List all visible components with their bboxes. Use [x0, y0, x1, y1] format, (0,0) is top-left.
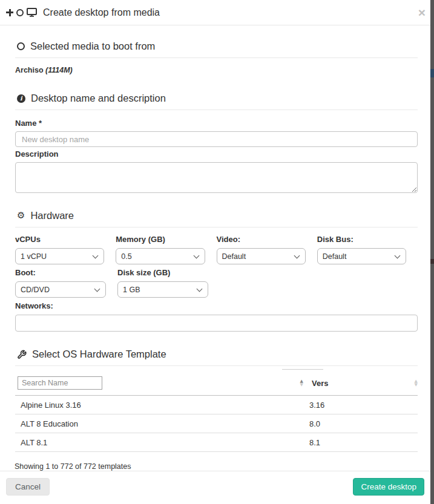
column-top-border — [282, 369, 323, 370]
header-icons — [6, 8, 37, 17]
vcpus-label: vCPUs — [15, 235, 104, 244]
template-vers: 8.0 — [301, 414, 418, 433]
description-label: Description — [15, 149, 418, 159]
template-vers: 8.2 — [301, 452, 418, 459]
chevron-down-icon — [193, 253, 199, 259]
disksize-value: 1 GB — [123, 286, 140, 294]
selected-media: Archiso (1114M) — [15, 66, 418, 74]
template-name: Alpine Linux 3.16 — [15, 396, 301, 414]
modal-header: Create desktop from media × — [0, 0, 434, 25]
name-heading-label: Desktop name and description — [31, 93, 166, 104]
memory-value: 0.5 — [121, 252, 131, 261]
disksize-label: Disk size (GB) — [117, 268, 208, 277]
chevron-down-icon — [94, 286, 100, 292]
scrollbar-marker — [430, 259, 434, 264]
template-heading-label: Select OS Hardware Template — [32, 349, 166, 360]
vcpus-select[interactable]: 1 vCPU — [15, 248, 104, 264]
media-heading-label: Selected media to boot from — [30, 41, 155, 52]
name-section-heading: i Desktop name and description — [17, 93, 418, 104]
table-header: ▲ ▼ Vers ▲ ▼ — [15, 373, 418, 396]
diskbus-label: Disk Bus: — [317, 235, 406, 244]
boot-select[interactable]: CD/DVD — [15, 281, 106, 298]
template-section-heading: Select OS Hardware Template — [17, 349, 418, 360]
vers-column-label: Vers — [312, 379, 328, 388]
disksize-select[interactable]: 1 GB — [117, 281, 208, 298]
table-row[interactable]: ALT 8.2 8.2 — [15, 452, 418, 459]
circle-icon — [16, 9, 24, 16]
chevron-down-icon — [294, 253, 300, 259]
media-size: (1114M) — [45, 66, 73, 74]
table-row[interactable]: Alpine Linux 3.16 3.16 — [15, 396, 418, 414]
memory-select[interactable]: 0.5 — [116, 248, 205, 264]
template-name: ALT 8 Education — [15, 414, 301, 433]
chevron-down-icon — [93, 253, 99, 259]
template-vers: 8.1 — [301, 433, 418, 451]
networks-input[interactable] — [15, 315, 418, 332]
circle-icon — [17, 42, 25, 50]
plus-icon — [6, 9, 13, 16]
table-row[interactable]: ALT 8 Education 8.0 — [15, 414, 418, 433]
hardware-section-heading: ⚙ Hardware — [17, 210, 418, 221]
sort-icon[interactable]: ▲ ▼ — [415, 379, 418, 387]
boot-label: Boot: — [15, 268, 106, 277]
scrollbar-marker — [430, 69, 434, 77]
diskbus-select[interactable]: Default — [317, 248, 406, 264]
template-name: ALT 8.1 — [15, 433, 301, 451]
hardware-row-2: Boot: CD/DVD Disk size (GB) 1 GB — [15, 264, 418, 298]
divider — [15, 110, 418, 110]
video-select[interactable]: Default — [217, 248, 306, 264]
window-scrollbar[interactable] — [430, 0, 434, 504]
template-table: ▲ ▼ Vers ▲ ▼ Alpine Linux 3.16 3.16 ALT … — [15, 373, 418, 459]
close-icon[interactable]: × — [418, 6, 426, 19]
search-input[interactable] — [18, 376, 102, 390]
info-icon: i — [17, 94, 25, 103]
vcpus-value: 1 vCPU — [21, 252, 47, 261]
boot-value: CD/DVD — [21, 286, 50, 294]
gear-icon: ⚙ — [17, 211, 25, 220]
media-section-heading: Selected media to boot from — [17, 41, 418, 52]
media-name: Archiso — [15, 66, 44, 74]
chevron-down-icon — [197, 286, 203, 292]
divider — [15, 57, 418, 58]
video-label: Video: — [217, 235, 306, 244]
desktop-name-input[interactable] — [15, 131, 418, 147]
cancel-button[interactable]: Cancel — [6, 478, 50, 496]
diskbus-value: Default — [323, 252, 347, 261]
desktop-icon — [27, 8, 37, 17]
memory-label: Memory (GB) — [116, 235, 205, 244]
table-summary: Showing 1 to 772 of 772 templates — [15, 462, 418, 471]
modal-footer: Cancel Create desktop — [0, 471, 434, 504]
modal-title: Create desktop from media — [43, 7, 160, 18]
chevron-down-icon — [395, 253, 401, 259]
video-value: Default — [222, 252, 246, 261]
vers-column-header[interactable]: Vers ▲ ▼ — [303, 379, 418, 388]
table-body: Alpine Linux 3.16 3.16 ALT 8 Education 8… — [15, 396, 418, 459]
modal-body: Selected media to boot from Archiso (111… — [0, 25, 434, 471]
create-desktop-button[interactable]: Create desktop — [353, 478, 424, 496]
divider — [15, 365, 418, 366]
networks-label: Networks: — [15, 301, 418, 310]
wrench-icon — [17, 350, 27, 359]
name-label: Name * — [15, 119, 418, 128]
template-name: ALT 8.2 — [15, 452, 301, 459]
template-vers: 3.16 — [301, 396, 418, 414]
hardware-row-1: vCPUs 1 vCPU Memory (GB) 0.5 Video: Defa… — [15, 227, 418, 264]
table-row[interactable]: ALT 8.1 8.1 — [15, 433, 418, 452]
hardware-heading-label: Hardware — [30, 210, 74, 221]
description-textarea[interactable] — [15, 162, 418, 193]
